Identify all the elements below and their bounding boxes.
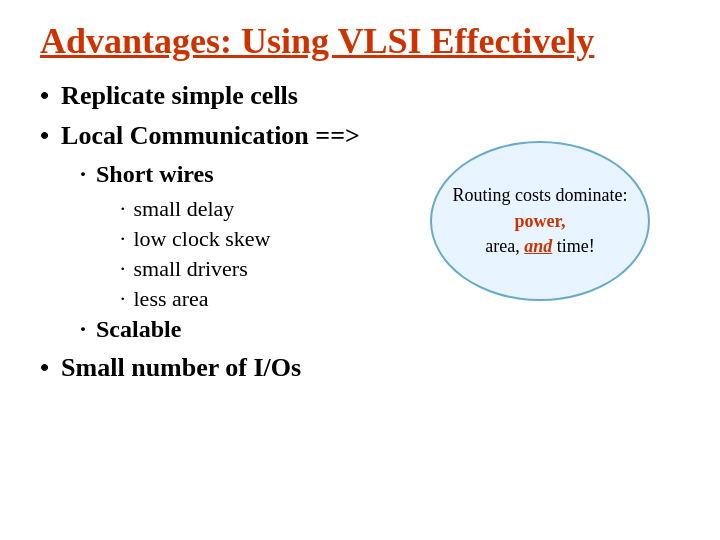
bullet-less-area: · less area bbox=[120, 286, 680, 312]
bullet-small-ios-label: Small number of I/Os bbox=[61, 353, 301, 383]
bullet-short-wires-label: Short wires bbox=[96, 161, 214, 188]
bullet-dot-2: • bbox=[40, 121, 49, 151]
title-rest: Using VLSI Effectively bbox=[232, 21, 594, 61]
bullet-dot-sub1: · bbox=[80, 161, 86, 188]
bullet-less-area-label: less area bbox=[134, 286, 209, 312]
bullet-small-ios: • Small number of I/Os bbox=[40, 353, 680, 383]
slide: Advantages: Using VLSI Effectively Routi… bbox=[0, 0, 720, 540]
oval-callout: Routing costs dominate: power, area, and… bbox=[430, 141, 650, 301]
bullet-dot-ss4: · bbox=[120, 286, 126, 312]
bullet-dot-ss1: · bbox=[120, 196, 126, 222]
content-area: Routing costs dominate: power, area, and… bbox=[40, 81, 680, 383]
bullet-replicate: • Replicate simple cells bbox=[40, 81, 680, 111]
bullet-small-delay-label: small delay bbox=[134, 196, 235, 222]
bullet-dot-ss2: · bbox=[120, 226, 126, 252]
bullet-dot-3: • bbox=[40, 353, 49, 383]
bullet-scalable: · Scalable bbox=[80, 316, 680, 343]
bullet-small-drivers-label: small drivers bbox=[134, 256, 248, 282]
title-underlined: Advantages: bbox=[40, 21, 232, 61]
bullet-dot-scalable: · bbox=[80, 316, 86, 343]
oval-time: and bbox=[524, 236, 552, 256]
bullet-local-comm-label: Local Communication ==> bbox=[61, 121, 360, 151]
bullet-scalable-label: Scalable bbox=[96, 316, 181, 343]
oval-text: Routing costs dominate: power, area, and… bbox=[447, 183, 633, 259]
bullet-dot-1: • bbox=[40, 81, 49, 111]
bullet-low-clock-skew-label: low clock skew bbox=[134, 226, 271, 252]
bullet-dot-ss3: · bbox=[120, 256, 126, 282]
bullet-replicate-label: Replicate simple cells bbox=[61, 81, 298, 111]
slide-title: Advantages: Using VLSI Effectively bbox=[40, 20, 680, 63]
oval-power: power, bbox=[515, 211, 566, 231]
